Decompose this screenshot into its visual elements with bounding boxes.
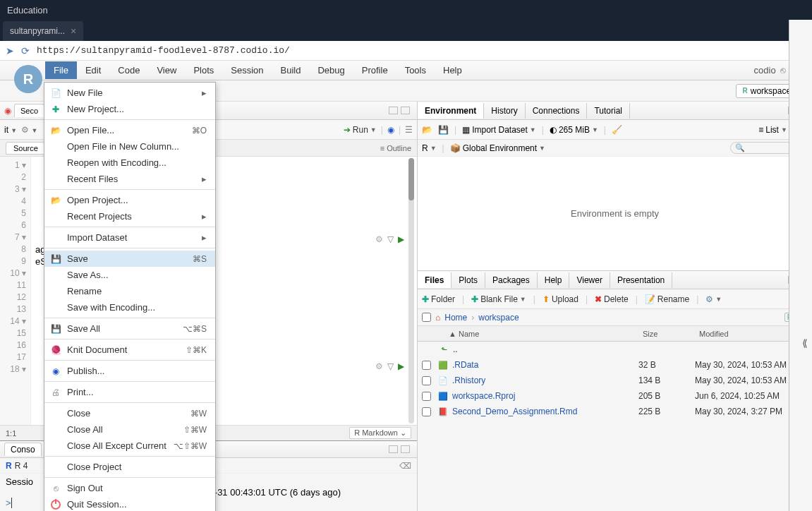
menu-new-file[interactable]: 📄New File▸ (44, 85, 215, 101)
scrollbar[interactable] (408, 158, 414, 423)
menu-plots[interactable]: Plots (185, 61, 222, 79)
menu-profile[interactable]: Profile (353, 61, 396, 79)
upload-button[interactable]: ⬆ Upload (543, 294, 578, 304)
menu-view[interactable]: View (148, 61, 185, 79)
run-chunk-icon[interactable]: ▶ (398, 361, 404, 371)
menu-close-project[interactable]: Close Project (44, 459, 215, 475)
source-tab[interactable]: Source (6, 142, 46, 155)
tab-presentation[interactable]: Presentation (610, 272, 672, 288)
console-tab[interactable]: Conso (4, 443, 42, 456)
url-text[interactable]: https://sultanpyramid-foodlevel-8787.cod… (37, 45, 290, 56)
editor-knit-fragment[interactable]: it ▼ (4, 125, 17, 135)
menu-help[interactable]: Help (435, 61, 471, 79)
menu-save[interactable]: 💾Save⌘S (44, 251, 215, 267)
menu-open-project[interactable]: 📂Open Project... (44, 192, 215, 208)
menu-new-project[interactable]: ✚New Project... (44, 101, 215, 117)
tab-plots[interactable]: Plots (452, 272, 485, 288)
browser-tab[interactable]: sultanpyrami... × (3, 21, 83, 41)
maximize-pane-icon[interactable] (401, 445, 410, 453)
run-above-icon[interactable]: ▽ (387, 361, 394, 371)
tab-environment[interactable]: Environment (418, 103, 484, 119)
menu-quit[interactable]: Quit Session... (44, 496, 215, 511)
chunk-gear-icon[interactable]: ⚙ (375, 361, 383, 371)
r-scope[interactable]: R ▼ (422, 143, 437, 153)
select-all-checkbox[interactable] (422, 313, 431, 322)
file-row[interactable]: 📄 .Rhistory 134 B May 30, 2024, 10:53 AM (418, 373, 812, 388)
menu-save-as[interactable]: Save As... (44, 267, 215, 283)
menu-session[interactable]: Session (222, 61, 272, 79)
blank-file-button[interactable]: ✚ Blank File ▼ (471, 294, 526, 304)
tab-tutorial[interactable]: Tutorial (587, 103, 630, 119)
menu-tools[interactable]: Tools (396, 61, 435, 79)
breadcrumb-home[interactable]: Home (444, 313, 467, 323)
breadcrumb-workspace[interactable]: workspace (478, 313, 519, 323)
more-button[interactable]: ⚙ ▼ (705, 294, 722, 304)
rename-button[interactable]: 📝 Rename (645, 294, 689, 304)
file-name[interactable]: .RData (452, 360, 638, 370)
menu-reopen-encoding[interactable]: Reopen with Encoding... (44, 155, 215, 171)
save-icon[interactable]: 💾 (438, 125, 449, 135)
outline-button[interactable]: ≡ Outline (380, 144, 411, 152)
run-above-icon[interactable]: ▽ (387, 234, 394, 244)
file-row[interactable]: 🟩 .RData 32 B May 30, 2024, 10:53 AM (418, 357, 812, 373)
menu-edit[interactable]: Edit (77, 61, 109, 79)
menu-open-new-column[interactable]: Open File in New Column... (44, 138, 215, 155)
minimize-pane-icon[interactable] (389, 107, 398, 114)
menu-open-file[interactable]: 📂Open File...⌘O (44, 122, 215, 138)
chunk-gear-icon[interactable]: ⚙ (375, 234, 383, 244)
file-name[interactable]: .Rhistory (452, 375, 638, 385)
menu-sign-out[interactable]: ⎋Sign Out (44, 480, 215, 496)
menu-publish[interactable]: ◉Publish... (44, 363, 215, 379)
clear-icon[interactable]: ⌫ (399, 461, 411, 471)
run-button[interactable]: ➔ Run ▼ (344, 125, 377, 135)
menu-debug[interactable]: Debug (309, 61, 353, 79)
run-chunk-icon[interactable]: ▶ (398, 234, 404, 244)
menu-recent-projects[interactable]: Recent Projects▸ (44, 208, 215, 224)
file-checkbox[interactable] (422, 392, 431, 401)
menu-rename[interactable]: Rename (44, 283, 215, 299)
file-row[interactable]: 🟦 workspace.Rproj 205 B Jun 6, 2024, 10:… (418, 388, 812, 404)
minimize-pane-icon[interactable] (389, 445, 398, 453)
menu-close[interactable]: Close⌘W (44, 405, 215, 421)
list-view-button[interactable]: ≡ List ▼ (758, 125, 787, 135)
refresh-icon[interactable]: ⟳ (21, 45, 30, 56)
delete-button[interactable]: ✖ Delete (595, 294, 629, 304)
send-icon[interactable]: ➤ (6, 45, 14, 56)
menu-recent-files[interactable]: Recent Files▸ (44, 171, 215, 187)
menu-save-all[interactable]: 💾Save All⌥⌘S (44, 320, 215, 337)
menu-close-except[interactable]: Close All Except Current⌥⇧⌘W (44, 438, 215, 454)
tab-help[interactable]: Help (538, 272, 570, 288)
tab-packages[interactable]: Packages (485, 272, 538, 288)
tab-connections[interactable]: Connections (526, 103, 588, 119)
file-checkbox[interactable] (422, 376, 431, 385)
global-env-button[interactable]: 📦 Global Environment ▼ (450, 143, 545, 153)
tab-history[interactable]: History (484, 103, 525, 119)
file-row[interactable]: 📕 Second_Demo_Assignment.Rmd 225 B May 3… (418, 404, 812, 419)
collapse-icon[interactable]: ⟪ (802, 337, 808, 349)
menu-knit[interactable]: 🧶Knit Document⇧⌘K (44, 342, 215, 358)
signout-icon[interactable]: ⎋ (780, 65, 786, 76)
menu-save-encoding[interactable]: Save with Encoding... (44, 299, 215, 315)
file-name[interactable]: workspace.Rproj (452, 391, 638, 401)
import-dataset-button[interactable]: ▦ Import Dataset ▼ (462, 125, 536, 135)
memory-gauge[interactable]: ◐ 265 MiB ▼ (550, 125, 598, 135)
file-name[interactable]: Second_Demo_Assignment.Rmd (452, 407, 638, 416)
tab-files[interactable]: Files (418, 272, 452, 288)
maximize-pane-icon[interactable] (401, 107, 410, 114)
home-icon[interactable]: ⌂ (435, 313, 440, 323)
editor-tab[interactable]: Seco (14, 104, 44, 117)
menu-code[interactable]: Code (109, 61, 148, 79)
publish-icon[interactable]: ◉ (387, 125, 394, 135)
load-icon[interactable]: 📂 (422, 125, 432, 135)
file-up[interactable]: ⬑ .. (418, 342, 812, 357)
menu-import-dataset[interactable]: Import Dataset▸ (44, 229, 215, 246)
menu-print[interactable]: 🖨Print... (44, 384, 215, 400)
menu-build[interactable]: Build (272, 61, 310, 79)
file-checkbox[interactable] (422, 361, 431, 370)
rmarkdown-selector[interactable]: R Markdown ⌄ (349, 427, 411, 439)
close-icon[interactable]: × (71, 25, 76, 37)
new-folder-button[interactable]: ✚ Folder (422, 294, 455, 304)
menu-close-all[interactable]: Close All⇧⌘W (44, 421, 215, 438)
menu-file[interactable]: File (45, 61, 77, 79)
file-checkbox[interactable] (422, 407, 431, 416)
